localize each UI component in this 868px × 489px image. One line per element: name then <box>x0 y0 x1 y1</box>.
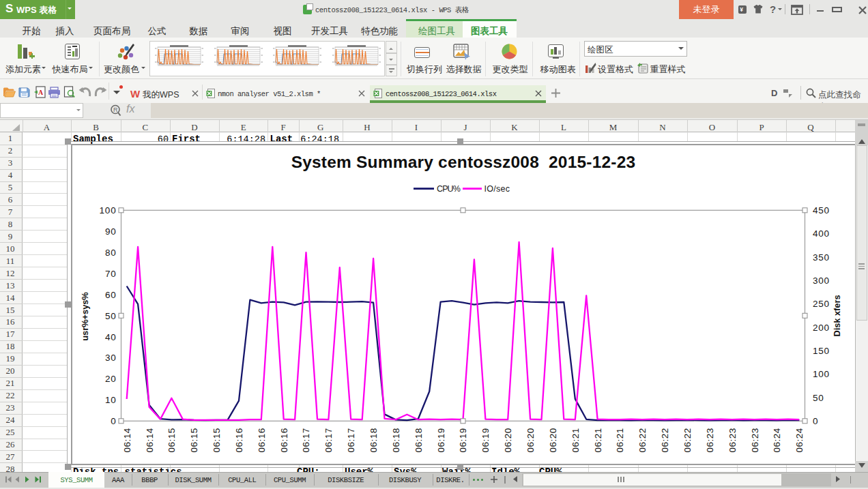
svg-text:06:15: 06:15 <box>167 428 177 452</box>
svg-text:70: 70 <box>105 269 117 279</box>
svg-text:06:17: 06:17 <box>323 428 334 452</box>
svg-text:06:21: 06:21 <box>593 428 603 452</box>
svg-text:100: 100 <box>100 205 117 216</box>
svg-text:400: 400 <box>813 228 830 239</box>
svg-text:06:16: 06:16 <box>279 428 289 452</box>
svg-text:R: R <box>113 106 118 113</box>
svg-text:06:20: 06:20 <box>548 428 558 452</box>
svg-text:06:19: 06:19 <box>459 428 469 452</box>
svg-text:A: A <box>38 89 44 96</box>
svg-text:250: 250 <box>813 299 830 309</box>
svg-text:06:23: 06:23 <box>750 428 760 452</box>
svg-text:06:19: 06:19 <box>480 428 491 452</box>
svg-text:10: 10 <box>105 395 117 405</box>
svg-text:60: 60 <box>105 290 117 300</box>
svg-text:Disk xfers: Disk xfers <box>832 295 842 336</box>
svg-text:06:20: 06:20 <box>525 428 536 452</box>
svg-text:06:24: 06:24 <box>772 428 782 452</box>
svg-text:06:19: 06:19 <box>436 428 446 452</box>
svg-text:06:22: 06:22 <box>637 428 648 452</box>
svg-text:20: 20 <box>105 374 117 384</box>
svg-text:30: 30 <box>105 353 117 363</box>
svg-text:06:21: 06:21 <box>570 428 581 452</box>
svg-text:100: 100 <box>813 369 830 379</box>
svg-text:350: 350 <box>813 252 830 263</box>
svg-text:40: 40 <box>105 332 117 342</box>
svg-text:150: 150 <box>813 346 830 356</box>
svg-text:06:18: 06:18 <box>391 428 401 452</box>
svg-text:System Summary centossz008 20: System Summary centossz008 2015-12-23 <box>291 153 636 171</box>
svg-text:06:20: 06:20 <box>503 428 513 452</box>
svg-text:50: 50 <box>105 311 117 321</box>
svg-text:06:22: 06:22 <box>682 428 693 452</box>
svg-text:06:23: 06:23 <box>705 428 715 452</box>
svg-text:450: 450 <box>813 205 830 216</box>
svg-text:80: 80 <box>105 248 117 258</box>
svg-text:50: 50 <box>813 393 824 403</box>
svg-text:06:18: 06:18 <box>368 428 379 452</box>
svg-text:200: 200 <box>813 323 830 333</box>
svg-text:06:21: 06:21 <box>616 428 626 452</box>
svg-text:usr%+sys%: usr%+sys% <box>80 292 90 341</box>
svg-text:06:14: 06:14 <box>145 428 155 452</box>
svg-text:06:17: 06:17 <box>346 428 356 452</box>
svg-text:06:17: 06:17 <box>302 428 312 452</box>
svg-text:06:24: 06:24 <box>794 428 805 452</box>
svg-text:90: 90 <box>105 226 117 237</box>
svg-text:06:15: 06:15 <box>212 428 222 452</box>
svg-text:06:16: 06:16 <box>234 428 244 452</box>
svg-text:0: 0 <box>111 416 116 426</box>
svg-text:06:22: 06:22 <box>660 428 670 452</box>
svg-text:06:18: 06:18 <box>414 428 424 452</box>
svg-text:300: 300 <box>813 276 830 286</box>
svg-text:06:23: 06:23 <box>727 428 738 452</box>
svg-text:0: 0 <box>813 416 818 426</box>
svg-text:06:16: 06:16 <box>257 428 267 452</box>
svg-text:06:14: 06:14 <box>122 428 132 452</box>
svg-text:06:15: 06:15 <box>189 428 199 452</box>
svg-text:IO/sec: IO/sec <box>484 184 510 194</box>
svg-text:CPU%: CPU% <box>437 184 461 194</box>
